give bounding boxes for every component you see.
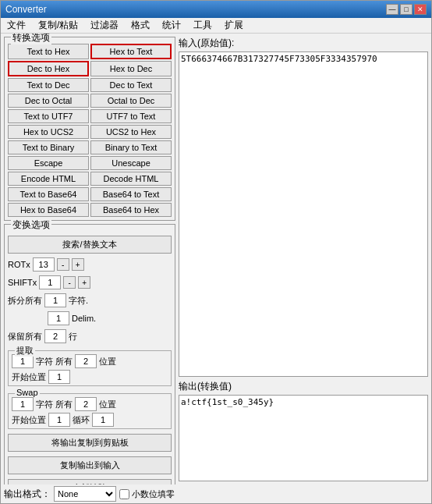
title-bar: Converter — □ ✕: [1, 1, 431, 18]
extract-start-input[interactable]: [48, 370, 70, 384]
maximize-button[interactable]: □: [400, 4, 413, 15]
bottom-row: 输出格式： None 小数位填零: [1, 484, 431, 503]
btn-text-to-dec[interactable]: Text to Dec: [8, 78, 89, 92]
keep-all-label: 保留所有: [8, 331, 42, 343]
extract-pos-input[interactable]: [75, 354, 97, 368]
title-buttons: — □ ✕: [386, 4, 427, 15]
conversion-group: 转换选项 Text to Hex Hex to Text Dec to Hex …: [4, 37, 175, 221]
split-all-row1: 拆分所有 字符.: [8, 293, 172, 307]
extract-char-label: 字符 所有: [36, 356, 73, 367]
options-group: 变换选项 搜索/替换文本 ROTx - + SHIFTx: [4, 224, 175, 484]
btn-octal-to-dec[interactable]: Octal to Dec: [90, 94, 172, 108]
input-section: 输入(原始值): 5T666374667B317327745F73305F333…: [179, 37, 428, 377]
shiftx-label: SHIFTx: [8, 278, 37, 287]
btn-binary-to-text[interactable]: Binary to Text: [90, 140, 172, 154]
btn-text-to-base64[interactable]: Text to Base64: [8, 187, 89, 201]
btn-text-to-binary[interactable]: Text to Binary: [8, 140, 89, 154]
menu-copy-paste[interactable]: 复制/粘贴: [35, 18, 81, 33]
options-group-label: 变换选项: [11, 218, 51, 232]
keep-all-row: 保留所有 行: [8, 329, 172, 343]
rotx-input[interactable]: [33, 257, 55, 272]
btn-text-to-utf7[interactable]: Text to UTF7: [8, 109, 89, 123]
btn-utf7-to-text[interactable]: UTF7 to Text: [90, 109, 172, 123]
extract-row1: 字符 所有 位置: [12, 354, 168, 368]
swap-group: Swap 字符 所有 位置 开始位置 循环: [8, 393, 172, 429]
extract-pos-label: 位置: [99, 356, 116, 367]
decimal-pad-label: 小数位填零: [132, 488, 175, 500]
menu-format[interactable]: 格式: [128, 18, 153, 33]
btn-text-to-hex[interactable]: Text to Hex: [8, 44, 89, 59]
btn-dec-to-hex[interactable]: Dec to Hex: [8, 61, 89, 76]
extract-start-label: 开始位置: [12, 371, 46, 383]
swap-pos-input[interactable]: [75, 397, 97, 411]
main-content: 转换选项 Text to Hex Hex to Text Dec to Hex …: [1, 34, 431, 484]
btn-ucs2-to-hex[interactable]: UCS2 to Hex: [90, 125, 172, 139]
btn-dec-to-text[interactable]: Dec to Text: [90, 78, 172, 92]
shiftx-plus-btn[interactable]: +: [78, 276, 90, 289]
keep-all-input[interactable]: [44, 329, 66, 343]
split-char-label: 字符.: [69, 295, 88, 307]
search-replace-btn[interactable]: 搜索/替换文本: [8, 236, 172, 254]
menu-file[interactable]: 文件: [4, 18, 29, 33]
swap-row1: 字符 所有 位置: [12, 397, 168, 411]
btn-hex-to-ucs2[interactable]: Hex to UCS2: [8, 125, 89, 139]
rotx-row: ROTx - +: [8, 257, 172, 272]
minimize-button[interactable]: —: [386, 4, 398, 15]
options-content: 搜索/替换文本 ROTx - + SHIFTx - +: [8, 232, 172, 484]
menu-extend[interactable]: 扩展: [221, 18, 246, 33]
btn-hex-to-text[interactable]: Hex to Text: [90, 44, 172, 59]
conversion-grid: Text to Hex Hex to Text Dec to Hex Hex t…: [8, 44, 172, 217]
input-textarea[interactable]: 5T666374667B317327745F73305F3334357970: [179, 51, 428, 377]
swap-row2: 开始位置 循环: [12, 413, 168, 427]
swap-pos-label: 位置: [99, 399, 116, 410]
swap-char-input[interactable]: [12, 397, 34, 411]
btn-hex-to-dec[interactable]: Hex to Dec: [90, 61, 172, 76]
main-window: Converter — □ ✕ 文件 复制/粘贴 过滤器 格式 统计 工具 扩展…: [0, 0, 432, 504]
btn-escape[interactable]: Escape: [8, 156, 89, 170]
copy-to-input-btn[interactable]: 复制输出到输入: [8, 456, 172, 474]
extract-row2: 开始位置: [12, 370, 168, 384]
clear-all-btn[interactable]: 全部清除: [8, 479, 172, 484]
rotx-plus-btn[interactable]: +: [72, 258, 84, 271]
output-area-label: 输出(转换值): [179, 380, 428, 393]
btn-decode-html[interactable]: Decode HTML: [90, 172, 172, 186]
swap-start-label: 开始位置: [12, 414, 46, 426]
split-all-row2: Delim.: [8, 311, 172, 325]
conversion-group-label: 转换选项: [11, 34, 51, 44]
close-button[interactable]: ✕: [414, 4, 427, 15]
format-select[interactable]: None: [54, 486, 116, 502]
menu-stats[interactable]: 统计: [159, 18, 184, 33]
decimal-pad-checkbox-row: 小数位填零: [119, 488, 175, 500]
shiftx-input[interactable]: [39, 275, 61, 289]
menu-filter[interactable]: 过滤器: [87, 18, 122, 33]
keep-line-label: 行: [69, 331, 77, 343]
btn-encode-html[interactable]: Encode HTML: [8, 172, 89, 186]
swap-loop-label: 循环: [73, 414, 90, 426]
left-panel: 转换选项 Text to Hex Hex to Text Dec to Hex …: [4, 37, 175, 481]
output-section: 输出(转换值) a!ctf{1st_s0_345y}: [179, 380, 428, 481]
btn-hex-to-base64[interactable]: Hex to Base64: [8, 203, 89, 217]
menu-tools[interactable]: 工具: [190, 18, 215, 33]
split-all-input[interactable]: [44, 293, 66, 307]
btn-unescape[interactable]: Unescape: [90, 156, 172, 170]
extract-group: 提取 字符 所有 位置 开始位置: [8, 350, 172, 386]
copy-to-clipboard-btn[interactable]: 将输出复制到剪贴板: [8, 434, 172, 452]
shiftx-minus-btn[interactable]: -: [63, 276, 76, 289]
split-all2-input[interactable]: [48, 311, 69, 325]
format-label: 输出格式：: [4, 488, 51, 501]
decimal-pad-checkbox[interactable]: [119, 489, 129, 499]
btn-base64-to-text[interactable]: Base64 to Text: [90, 187, 172, 201]
swap-start-input[interactable]: [48, 413, 70, 427]
swap-char-label: 字符 所有: [36, 399, 73, 410]
extract-label: 提取: [15, 345, 35, 357]
rotx-minus-btn[interactable]: -: [57, 258, 69, 271]
btn-dec-to-octal[interactable]: Dec to Octal: [8, 94, 89, 108]
right-panel: 输入(原始值): 5T666374667B317327745F73305F333…: [179, 37, 428, 481]
swap-label: Swap: [15, 388, 40, 397]
swap-loop-input[interactable]: [92, 413, 114, 427]
output-textarea[interactable]: a!ctf{1st_s0_345y}: [179, 395, 428, 481]
menu-bar: 文件 复制/粘贴 过滤器 格式 统计 工具 扩展: [1, 18, 431, 34]
split-delim-label: Delim.: [72, 314, 96, 323]
btn-base64-to-hex[interactable]: Base64 to Hex: [90, 203, 172, 217]
window-title: Converter: [5, 4, 47, 15]
